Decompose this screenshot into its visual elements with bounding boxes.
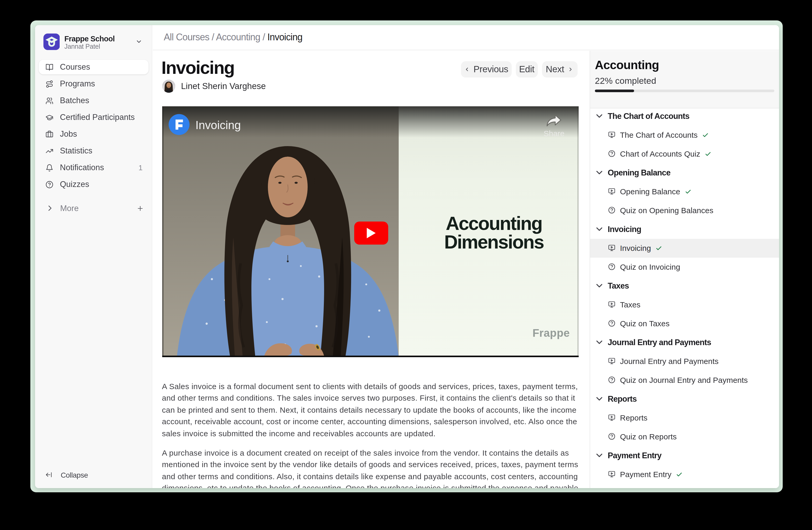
svg-text:Dimensions: Dimensions [444, 231, 543, 252]
svg-text:Share: Share [543, 129, 564, 138]
svg-text:Accounting: Accounting [446, 213, 542, 234]
svg-text:Invoicing: Invoicing [195, 118, 241, 131]
svg-text:Frappe: Frappe [532, 326, 569, 339]
